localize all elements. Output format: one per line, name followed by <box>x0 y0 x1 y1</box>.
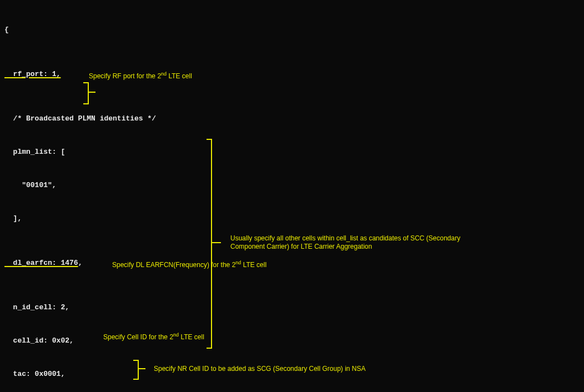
dl-earfcn-key: dl_earfcn: 1476 <box>4 259 78 267</box>
bracket-icon <box>133 360 139 380</box>
code-line: plmn_list: [ <box>0 147 584 158</box>
bracket-icon <box>83 82 89 104</box>
bracket-tip-icon <box>138 368 145 369</box>
annot-rf-port: Specify RF port for the 2nd LTE cell <box>89 70 192 81</box>
bracket-tip-icon <box>211 242 221 243</box>
code-line-cellid: cell_id: 0x02, Specify Cell ID for the 2… <box>0 335 584 346</box>
bracket-tip-icon <box>88 92 95 93</box>
annot-scg: Specify NR Cell ID to be added as SCG (S… <box>154 365 366 373</box>
code-line: /* Broadcasted PLMN identities */ <box>0 113 584 124</box>
code-line-rf-port: rf_port: 1, Specify RF port for the 2nd … <box>0 69 584 80</box>
code-area: { rf_port: 1, Specify RF port for the 2n… <box>0 0 584 392</box>
code-line: { <box>0 24 584 36</box>
brace-open: { <box>4 26 9 34</box>
annot-cell-id: Specify Cell ID for the 2nd LTE cell <box>103 331 204 341</box>
annot-dl-earfcn: Specify DL EARFCN(Frequency) for the 2nd… <box>112 259 266 269</box>
code-line: ], <box>0 213 584 224</box>
rf-port-key: rf_port: 1, <box>4 70 61 78</box>
code-line-nidcell: n_id_cell: 2, <box>0 302 584 313</box>
code-line: "00101", <box>0 180 584 191</box>
annot-scell: Usually specify all other cells within c… <box>230 234 491 251</box>
code-line-dl-earfcn: dl_earfcn: 1476, Specify DL EARFCN(Frequ… <box>0 258 584 269</box>
bracket-icon <box>207 139 212 349</box>
